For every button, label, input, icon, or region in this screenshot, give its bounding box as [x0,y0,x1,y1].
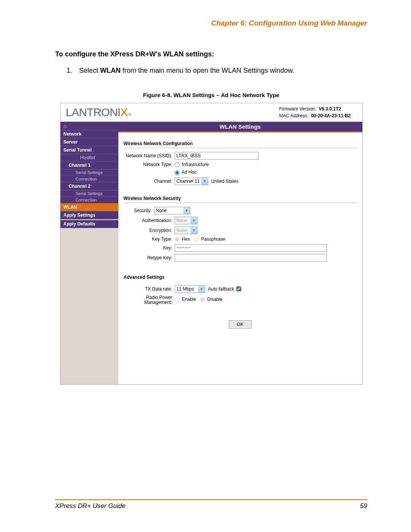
chevron-down-icon: ▼ [183,207,190,214]
firmware-value: V6.3.0.1T2 [319,106,341,112]
chevron-down-icon: ▼ [201,178,208,185]
sidebar-item-c1-connection[interactable]: Connection [61,176,118,182]
sidebar-item-c2-serial[interactable]: Serial Settings [61,190,118,197]
security-value: None [156,208,167,213]
network-type-adhoc-label: Ad Hoc [182,169,196,175]
key-input[interactable] [175,244,327,252]
group-wireless-config: Wireless Network Configuration [124,138,357,148]
sidebar-item-channel1[interactable]: Channel 1 [61,161,118,169]
step-number: 1. [67,67,77,75]
panel-title: WLAN Settings [118,122,362,133]
sidebar: ⌂ Network Server Serial Tunnel Hostlist … [61,122,118,384]
home-icon: ⌂ [64,123,67,129]
footer-doc-title: XPress DR+ User Guide [55,502,126,510]
radiopm-disable-radio[interactable] [200,297,205,302]
txrate-value: 11 Mbps [177,286,194,292]
channel-select[interactable]: Channel 11 ▼ [175,177,208,185]
firmware-info: Firmware Version: V6.3.0.1T2 MAC Address… [279,105,350,119]
logo-text: LANTRONI [66,106,121,119]
sidebar-item-c1-serial[interactable]: Serial Settings [61,169,118,176]
sidebar-item-channel2[interactable]: Channel 2 [61,182,118,190]
channel-country: United States [211,179,239,184]
footer-page-number: 59 [360,502,367,510]
network-type-infrastructure-radio[interactable] [175,162,180,167]
step-1: 1. Select WLAN from the main menu to ope… [67,67,367,75]
retype-key-label: Retype Key: [124,255,175,260]
chevron-down-icon: ▼ [191,227,197,234]
main-panel: WLAN Settings Wireless Network Configura… [118,122,362,384]
logo-x: X [120,106,127,119]
channel-value: Channel 11 [177,179,200,184]
security-select[interactable]: None ▼ [154,207,190,214]
network-type-infrastructure-label: Infrastructure [182,162,209,167]
app-header: LANTRONIX® Firmware Version: V6.3.0.1T2 … [61,103,362,122]
autofallback-label: Auto fallback [208,286,234,292]
sidebar-item-wlan[interactable]: WLAN [61,203,118,211]
sidebar-item-c2-connection[interactable]: Connection [61,197,118,203]
keytype-passphrase-radio[interactable] [194,237,199,242]
figure-caption: Figure 6-8. WLAN Settings – Ad Hoc Netwo… [55,92,367,98]
firmware-label: Firmware Version: [279,106,316,112]
mac-label: MAC Address: [279,113,308,118]
key-label: Key: [124,245,175,251]
app-window: LANTRONIX® Firmware Version: V6.3.0.1T2 … [60,103,363,385]
encryption-label: Encryption: [124,228,175,233]
mac-value: 00-20-4A-23-11-B2 [311,113,350,118]
encryption-value: None [177,228,188,233]
group-wireless-security: Wireless Network Security [124,193,357,203]
auth-value: None [177,218,188,223]
sidebar-item-network[interactable]: Network [61,130,118,138]
ssid-label: Network Name (SSID): [124,153,175,158]
section-title: To configure the XPress DR+W's WLAN sett… [55,50,367,58]
radiopm-enable-label: Enable [182,297,196,302]
sidebar-item-server[interactable]: Server [61,138,118,146]
step-text-pre: Select [79,67,100,74]
ok-button[interactable]: OK [229,320,251,329]
radiopm-label: Radio Power Management: [124,295,175,305]
sidebar-item-apply-settings[interactable]: Apply Settings [61,211,118,219]
sidebar-home[interactable]: ⌂ [61,122,118,130]
group-advanced: Advanced Settings [124,272,357,281]
txrate-select[interactable]: 11 Mbps ▼ [175,285,205,293]
sidebar-item-apply-defaults[interactable]: Apply Defaults [61,220,118,228]
keytype-label: Key Type: [124,236,175,242]
keytype-passphrase-label: Passphrase [201,236,225,242]
channel-label: Channel: [124,179,175,184]
step-text-bold: WLAN [100,67,121,74]
ssid-input[interactable] [175,152,258,160]
chevron-down-icon: ▼ [198,286,205,292]
encryption-select[interactable]: None ▼ [175,227,198,234]
txrate-label: TX Data rate: [124,286,175,292]
network-type-adhoc-radio[interactable] [175,170,180,175]
sidebar-item-hostlist[interactable]: Hostlist [61,154,118,161]
auth-label: Authentication: [124,218,175,223]
network-type-label: Network Type: [124,162,175,167]
page-footer: XPress DR+ User Guide 59 [55,499,367,510]
radiopm-disable-label: Disable [207,297,223,302]
sidebar-item-serial-tunnel[interactable]: Serial Tunnel [61,146,118,154]
keytype-hex-radio[interactable] [175,237,180,242]
authentication-select[interactable]: None ▼ [175,217,198,224]
radiopm-enable-radio[interactable] [175,297,180,302]
lantronix-logo: LANTRONIX® [66,106,131,119]
retype-key-input[interactable] [175,254,327,262]
autofallback-checkbox[interactable] [236,286,241,291]
chapter-header: Chapter 6: Configuration Using Web Manag… [55,19,367,27]
keytype-hex-label: Hex [182,236,190,242]
chevron-down-icon: ▼ [191,217,197,224]
step-text-post: from the main menu to open the WLAN Sett… [121,67,294,74]
security-label: Security: [124,208,154,213]
logo-registered-icon: ® [128,113,131,117]
